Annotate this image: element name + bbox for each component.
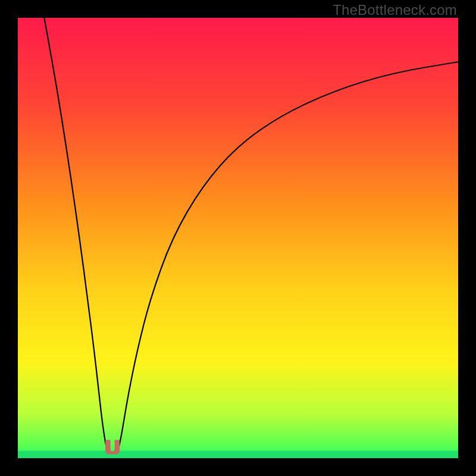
chart-frame [18,18,458,458]
watermark-text: TheBottleneck.com [333,2,457,18]
bottleneck-chart [18,18,458,458]
green-baseline-band [18,451,458,458]
gradient-background [18,18,458,458]
